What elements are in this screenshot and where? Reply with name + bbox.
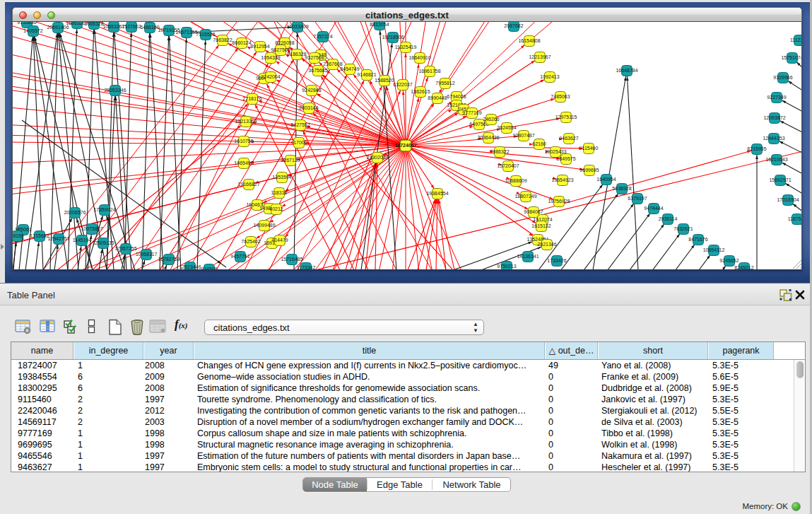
- svg-text:12942757: 12942757: [47, 236, 69, 241]
- svg-text:7632621: 7632621: [673, 226, 693, 231]
- svg-text:1353594: 1353594: [272, 175, 291, 180]
- svg-text:28053346: 28053346: [104, 88, 126, 93]
- svg-text:17957255: 17957255: [114, 246, 136, 251]
- svg-text:1849575: 1849575: [556, 156, 575, 161]
- svg-text:12213369: 12213369: [235, 119, 257, 124]
- svg-text:18640910: 18640910: [408, 55, 430, 60]
- svg-text:8912954: 8912954: [250, 44, 269, 49]
- svg-text:17016504: 17016504: [777, 197, 799, 202]
- svg-text:6794028: 6794028: [447, 94, 466, 99]
- svg-text:40212: 40212: [269, 206, 283, 211]
- svg-text:1405572: 1405572: [23, 28, 42, 33]
- svg-text:11325419: 11325419: [395, 45, 417, 49]
- svg-text:9115460: 9115460: [579, 146, 599, 151]
- svg-text:2087682: 2087682: [504, 23, 523, 28]
- svg-text:9155836: 9155836: [17, 22, 36, 25]
- svg-text:1733426: 1733426: [547, 258, 566, 263]
- svg-text:9463627: 9463627: [559, 136, 578, 141]
- svg-text:12505135: 12505135: [92, 240, 114, 245]
- svg-text:9457791: 9457791: [230, 254, 249, 259]
- svg-text:1065328: 1065328: [84, 22, 103, 26]
- svg-text:10958117: 10958117: [136, 252, 158, 257]
- svg-text:118312: 118312: [271, 190, 288, 195]
- svg-text:23302023: 23302023: [366, 155, 388, 160]
- svg-text:39159: 39159: [13, 233, 24, 238]
- svg-text:2521346: 2521346: [537, 242, 556, 247]
- svg-text:1167533: 1167533: [788, 216, 802, 221]
- svg-text:9227349: 9227349: [767, 95, 786, 100]
- svg-text:8660124: 8660124: [232, 40, 251, 45]
- svg-text:14099489: 14099489: [253, 223, 275, 228]
- svg-text:15716485: 15716485: [281, 257, 302, 262]
- svg-text:10975867: 10975867: [81, 226, 102, 231]
- svg-text:8186328: 8186328: [287, 52, 306, 57]
- svg-text:1173342: 1173342: [297, 265, 316, 270]
- svg-text:20206576: 20206576: [64, 210, 86, 215]
- svg-text:14671355: 14671355: [175, 30, 197, 35]
- svg-text:6466160: 6466160: [140, 25, 159, 30]
- svg-text:8471676: 8471676: [688, 237, 707, 242]
- svg-text:16782759: 16782759: [158, 257, 180, 262]
- svg-text:9146821: 9146821: [357, 72, 376, 77]
- svg-text:8215955: 8215955: [747, 146, 766, 151]
- svg-text:924506: 924506: [201, 267, 217, 270]
- svg-text:1215682: 1215682: [30, 233, 49, 238]
- svg-text:16154808: 16154808: [518, 38, 540, 43]
- svg-text:3675685: 3675685: [308, 68, 327, 73]
- svg-text:17359924: 17359924: [93, 207, 115, 212]
- svg-text:16033809: 16033809: [286, 24, 308, 29]
- svg-text:9474444: 9474444: [644, 206, 663, 211]
- svg-text:1527602: 1527602: [122, 24, 141, 29]
- svg-text:10807487: 10807487: [512, 133, 534, 138]
- svg-text:10654112: 10654112: [703, 247, 725, 252]
- svg-text:12213967: 12213967: [529, 54, 551, 59]
- svg-text:746266: 746266: [483, 117, 499, 122]
- svg-text:9327508: 9327508: [305, 55, 324, 60]
- svg-text:7625402: 7625402: [241, 239, 260, 244]
- svg-text:20691406: 20691406: [47, 25, 69, 30]
- svg-text:19654923: 19654923: [551, 177, 573, 182]
- svg-text:12093872: 12093872: [763, 115, 785, 120]
- svg-text:18724007: 18724007: [394, 143, 416, 148]
- svg-text:6322037: 6322037: [393, 82, 412, 87]
- svg-text:10688609: 10688609: [505, 178, 526, 183]
- svg-text:1615132: 1615132: [531, 223, 551, 228]
- svg-text:9242848: 9242848: [302, 88, 321, 93]
- svg-text:8813054: 8813054: [370, 22, 389, 27]
- svg-text:62160: 62160: [532, 141, 546, 146]
- svg-text:2935114: 2935114: [659, 216, 678, 221]
- svg-text:15751074: 15751074: [781, 55, 802, 60]
- svg-text:9699695: 9699695: [579, 168, 599, 173]
- svg-text:16210643: 16210643: [765, 157, 787, 162]
- svg-text:20364436: 20364436: [477, 135, 499, 140]
- svg-text:7663822: 7663822: [213, 37, 232, 42]
- svg-text:1145194: 1145194: [73, 238, 92, 243]
- svg-text:9329966: 9329966: [773, 75, 792, 80]
- svg-text:1054339: 1054339: [261, 55, 280, 60]
- svg-text:8245012: 8245012: [734, 265, 753, 270]
- svg-text:2718176: 2718176: [242, 96, 261, 101]
- svg-text:2367608: 2367608: [323, 62, 342, 66]
- svg-text:8990448: 8990448: [428, 95, 447, 100]
- svg-text:1965498: 1965498: [234, 160, 253, 165]
- svg-text:9750213: 9750213: [497, 264, 516, 269]
- svg-text:19218506: 19218506: [382, 35, 404, 40]
- svg-text:5938928: 5938928: [612, 186, 631, 191]
- svg-text:1640954: 1640954: [596, 177, 616, 182]
- svg-text:9245652: 9245652: [719, 258, 739, 263]
- svg-text:8454749: 8454749: [340, 66, 359, 71]
- svg-text:1610755: 1610755: [234, 139, 253, 144]
- svg-text:18807249: 18807249: [514, 194, 536, 199]
- svg-text:2242004: 2242004: [261, 74, 280, 79]
- svg-text:1362615: 1362615: [411, 89, 430, 94]
- svg-text:7986322: 7986322: [490, 149, 509, 154]
- svg-text:7955812: 7955812: [435, 81, 454, 86]
- svg-text:3624554: 3624554: [497, 125, 516, 130]
- svg-text:8427552: 8427552: [290, 122, 310, 127]
- svg-text:16648784: 16648784: [616, 68, 637, 73]
- svg-text:15692971: 15692971: [769, 177, 791, 182]
- svg-text:9084067: 9084067: [524, 209, 543, 214]
- svg-text:15720407: 15720407: [497, 163, 519, 168]
- svg-text:19756928: 19756928: [548, 199, 570, 204]
- svg-text:1092413: 1092413: [540, 74, 559, 79]
